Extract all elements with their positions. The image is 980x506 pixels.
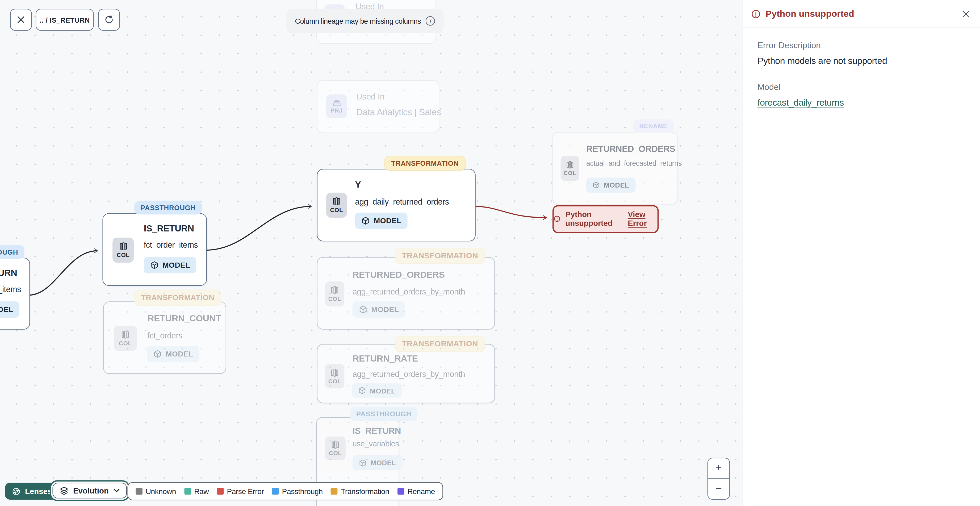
kind-label: COL (328, 295, 341, 302)
node-type-badge: PASSTHROUGH (0, 245, 24, 259)
aperture-icon (12, 487, 21, 496)
node-title: Y (355, 180, 361, 190)
lineage-canvas[interactable]: PRJ Used In Data Analytics | Marketing P… (0, 0, 742, 506)
alert-circle-icon (554, 214, 560, 223)
error-description-value: Python models are not supported (757, 56, 966, 66)
edge-agg-daily-to-error (474, 206, 546, 218)
node-title: Used In (356, 92, 385, 101)
legend-item-parse-error: Parse Error (217, 487, 264, 496)
zoom-controls: + − (708, 458, 730, 500)
node-subtitle: actual_and_forecasted_returns (586, 160, 682, 167)
refresh-button[interactable] (98, 9, 120, 30)
node-title: RETURN_COUNT (148, 313, 221, 324)
node-subtitle: agg_daily_returned_orders (355, 197, 449, 206)
close-lineage-button[interactable] (10, 9, 32, 30)
edge-is-return-to-agg-daily (205, 206, 311, 251)
error-chip-label: Python unsupported (565, 210, 623, 228)
kind-label: PRJ (331, 107, 342, 114)
model-link[interactable]: forecast_daily_returns (757, 97, 844, 108)
chip-label: MODEL (371, 305, 399, 314)
node-type-badge: RENAME (633, 120, 674, 132)
model-chip: MODEL (0, 302, 20, 318)
evolution-lens-select[interactable]: Evolution (50, 480, 129, 501)
lenses-label: Lenses (25, 487, 52, 496)
zoom-in-button[interactable]: + (708, 458, 729, 478)
node-type-badge: PASSTHROUGH (134, 201, 202, 215)
breadcrumb[interactable]: .. / IS_RETURN (36, 9, 94, 30)
kind-label: COL (330, 206, 343, 213)
model-chip: MODEL (355, 212, 407, 229)
view-error-link[interactable]: View Error (628, 210, 657, 228)
kind-label: COL (328, 378, 341, 385)
node-subtitle: Data Analytics | Sales (356, 107, 441, 117)
legend-item-unknown: Unknown (135, 487, 176, 496)
cube-icon (150, 261, 159, 270)
layers-icon (59, 486, 68, 495)
panel-close-button[interactable] (959, 8, 972, 20)
chip-label: MODEL (604, 182, 629, 189)
node-agg-daily-returned-orders[interactable]: TRANSFORMATION COL Y agg_daily_returned_… (317, 169, 476, 241)
model-chip: MODEL (353, 302, 405, 318)
cube-icon (359, 459, 367, 467)
chip-label: MODEL (162, 261, 190, 270)
node-subtitle: agg_returned_orders_by_month (353, 287, 465, 296)
columns-icon (331, 368, 339, 377)
legend-swatch (331, 488, 338, 495)
column-icon-badge: COL (325, 281, 344, 306)
columns-icon (331, 440, 339, 449)
legend-item-transformation: Transformation (331, 487, 389, 496)
node-subtitle: fct_order_items (144, 240, 198, 249)
error-detail-panel: Python unsupported Error Description Pyt… (742, 0, 980, 506)
node-subtitle: fct_order_items (0, 285, 21, 294)
zoom-out-button[interactable]: − (708, 478, 729, 499)
panel-header: Python unsupported (743, 0, 980, 28)
node-is-return-clipped[interactable]: PASSTHROUGH IS_RETURN fct_order_items MO… (0, 257, 30, 329)
node-used-in-sales[interactable]: PRJ Used In Data Analytics | Sales (317, 80, 439, 133)
toast-text: Column lineage may be missing columns (295, 17, 421, 25)
legend-swatch (398, 488, 404, 495)
columns-icon (121, 330, 129, 339)
cube-icon (358, 386, 366, 395)
column-icon-badge: COL (325, 364, 344, 388)
legend-swatch (135, 488, 143, 495)
model-chip: MODEL (147, 346, 199, 362)
node-is-return-fct-order-items[interactable]: PASSTHROUGH COL IS_RETURN fct_order_item… (102, 213, 207, 286)
node-subtitle: agg_returned_orders_by_month (353, 370, 465, 379)
kind-label: COL (119, 340, 132, 346)
node-return-rate[interactable]: TRANSFORMATION COL RETURN_RATE agg_retur… (317, 344, 495, 403)
evolution-legend: Unknown Raw Parse Error Passthrough Tran… (127, 482, 443, 500)
error-description-label: Error Description (757, 41, 966, 50)
node-returned-orders-by-month[interactable]: TRANSFORMATION COL RETURNED_ORDERS agg_r… (317, 257, 495, 330)
legend-item-rename: Rename (398, 487, 435, 496)
node-return-count[interactable]: TRANSFORMATION COL RETURN_COUNT fct_orde… (103, 302, 226, 374)
legend-item-raw: Raw (184, 487, 209, 496)
app-window: PRJ Used In Data Analytics | Marketing P… (0, 0, 980, 506)
node-title: RETURNED_ORDERS (586, 144, 675, 154)
node-title: IS_RETURN (144, 223, 194, 233)
node-title: RETURN_RATE (353, 353, 418, 363)
legend-item-passthrough: Passthrough (272, 487, 323, 496)
edge-left-to-is-return (29, 251, 97, 295)
legend-swatch (272, 488, 279, 495)
info-icon[interactable]: i (425, 16, 435, 26)
node-type-badge: TRANSFORMATION (134, 289, 221, 306)
node-title: IS_RETURN (353, 426, 401, 436)
chip-label: MODEL (374, 216, 401, 225)
cube-icon (359, 305, 368, 314)
model-chip: MODEL (352, 383, 401, 398)
column-icon-badge: COL (114, 326, 137, 351)
project-icon (332, 99, 341, 106)
column-icon-badge: COL (560, 156, 579, 180)
node-type-badge: PASSTHROUGH (350, 407, 417, 421)
node-type-badge: TRANSFORMATION (385, 156, 466, 171)
node-type-badge: TRANSFORMATION (395, 336, 485, 352)
node-returned-orders-rename[interactable]: RENAME COL RETURNED_ORDERS actual_and_fo… (552, 132, 678, 204)
model-chip: MODEL (586, 178, 635, 193)
close-icon (17, 16, 25, 24)
node-type-badge: TRANSFORMATION (395, 248, 485, 264)
cube-icon (361, 216, 370, 225)
alert-circle-icon (751, 9, 760, 18)
python-unsupported-error-chip[interactable]: Python unsupported View Error (552, 205, 659, 233)
project-icon-badge: PRJ (326, 94, 347, 118)
node-title: IS_RETURN (0, 268, 17, 278)
